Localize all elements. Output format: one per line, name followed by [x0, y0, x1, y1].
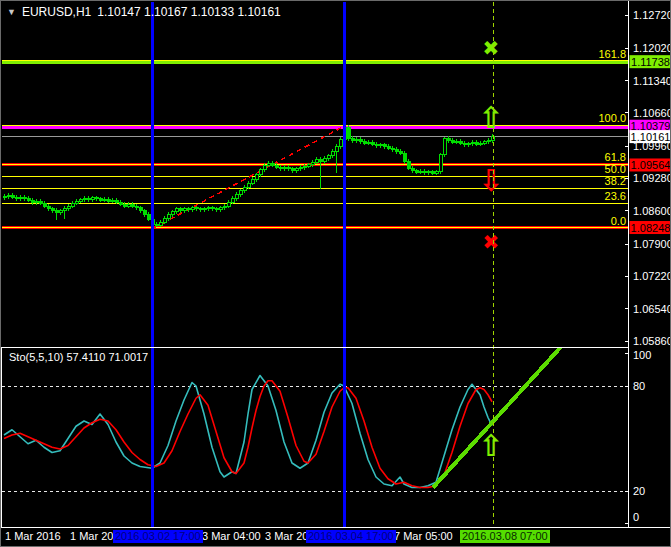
candle-body — [395, 149, 398, 151]
candle-body — [131, 204, 134, 206]
candle-body — [339, 140, 342, 147]
candle-body — [371, 142, 374, 144]
price-highlight-label: 1.10161 — [631, 131, 671, 143]
sto-main-line — [4, 376, 492, 488]
candle-body — [267, 163, 270, 165]
candle-body — [219, 208, 222, 210]
candle-body — [327, 156, 330, 159]
symbol-dropdown-icon[interactable]: ▼ — [7, 7, 16, 17]
fib-label-38.2: 38.2 — [605, 175, 626, 187]
candle-body — [95, 198, 98, 199]
candle-body — [279, 167, 282, 169]
candle-body — [207, 208, 210, 209]
candle-body — [455, 141, 458, 142]
candle-body — [247, 183, 250, 187]
candle-body — [147, 215, 150, 220]
candle-body — [435, 172, 438, 173]
candle-body — [167, 215, 170, 219]
price-tick-label: 1.12720 — [633, 9, 671, 21]
candle-body — [179, 209, 182, 211]
time-tick-label: 7 Mar 05:00 — [392, 530, 455, 543]
red-cross[interactable]: ✖ — [483, 230, 500, 254]
candle-body — [259, 170, 262, 175]
candle-body — [223, 206, 226, 208]
candle-body — [67, 206, 70, 208]
candle-body — [423, 171, 426, 172]
fib-label-23.6: 23.6 — [605, 190, 626, 202]
candle-body — [439, 155, 442, 172]
candle-body — [271, 163, 274, 165]
candle-body — [275, 165, 278, 167]
candle-body — [43, 203, 46, 206]
candle-body — [447, 138, 450, 140]
candle-body — [31, 200, 34, 202]
candle-body — [3, 197, 6, 198]
price-axis[interactable]: 1.127201.120201.113401.106601.099601.092… — [625, 9, 671, 523]
time-axis[interactable]: 1 Mar 20161 Mar 20:002016.03.02 17:003 M… — [1, 528, 671, 547]
candle-body — [83, 198, 86, 199]
forecast-diagonal[interactable] — [433, 346, 562, 488]
candle-body — [239, 191, 242, 195]
candle-body — [107, 199, 110, 201]
candle-body — [155, 225, 158, 226]
chart-title-bar: ▼ EURUSD,H1 1.10147 1.10167 1.10133 1.10… — [7, 5, 281, 19]
candle-body — [463, 143, 466, 144]
candle-body — [479, 143, 482, 144]
candle-body — [443, 138, 446, 155]
candle-body — [215, 209, 218, 210]
candle-body — [15, 197, 18, 199]
time-highlight-label: 2016.03.08 07:00 — [460, 530, 550, 543]
candle-body — [375, 144, 378, 145]
indicator-tick-label: 80 — [633, 380, 645, 392]
candle-body — [103, 199, 106, 200]
candle-body — [315, 159, 318, 162]
candle-body — [407, 161, 410, 168]
candle-body — [119, 202, 122, 204]
candle-body — [427, 172, 430, 173]
indicator-tick-label: 100 — [633, 349, 651, 361]
candle-body — [71, 203, 74, 206]
candle-body — [411, 168, 414, 171]
candle-body — [183, 209, 186, 211]
sell-arrow[interactable]: ⇩ — [478, 163, 503, 198]
candle-body — [231, 198, 234, 202]
candle-body — [159, 222, 162, 225]
price-highlight-label: 1.11738 — [631, 56, 670, 68]
candle-body — [203, 209, 206, 210]
buy-arrow[interactable]: ⇧ — [478, 100, 503, 135]
candle-body — [451, 140, 454, 142]
candle-body — [51, 209, 54, 211]
candle-body — [251, 179, 254, 183]
fib-label-0.0: 0.0 — [611, 215, 626, 227]
green-cross[interactable]: ✖ — [483, 36, 500, 60]
indicator-label: Sto(5,5,10) 57.4110 71.0017 — [9, 351, 148, 363]
candle-body — [99, 199, 102, 200]
candle-body — [355, 140, 358, 141]
price-highlight-label: 1.09564 — [631, 159, 671, 171]
candle-body — [163, 218, 166, 222]
time-highlight-label: 2016.03.04 17:00 — [306, 530, 396, 543]
candle-body — [383, 145, 386, 147]
price-tick-label: 1.12020 — [633, 42, 671, 54]
fib-label-100.0: 100.0 — [598, 112, 626, 124]
candle-body — [319, 159, 322, 161]
candle-body — [63, 208, 66, 210]
chart-canvas[interactable]: 161.8100.061.850.038.223.60.0✖⇧⇩✖⇧1.1272… — [1, 1, 671, 547]
candle-body — [91, 198, 94, 199]
candle-body — [307, 165, 310, 166]
stochastic-panel[interactable]: ⇧ — [2, 346, 628, 491]
candle-body — [483, 142, 486, 143]
candle-body — [115, 200, 118, 202]
main-chart[interactable]: 161.8100.061.850.038.223.60.0✖⇧⇩✖ — [2, 36, 628, 253]
candle-body — [431, 172, 434, 173]
chart-window: 161.8100.061.850.038.223.60.0✖⇧⇩✖⇧1.1272… — [0, 0, 671, 547]
price-tick-label: 1.06540 — [633, 303, 671, 315]
candle-body — [367, 142, 370, 143]
candle-body — [387, 147, 390, 148]
sto-buy-arrow[interactable]: ⇧ — [478, 428, 503, 463]
candle-body — [187, 209, 190, 210]
candle-body — [351, 139, 354, 141]
price-tick-label: 1.09280 — [633, 172, 671, 184]
trendline[interactable] — [154, 126, 344, 228]
candle-body — [27, 198, 30, 200]
